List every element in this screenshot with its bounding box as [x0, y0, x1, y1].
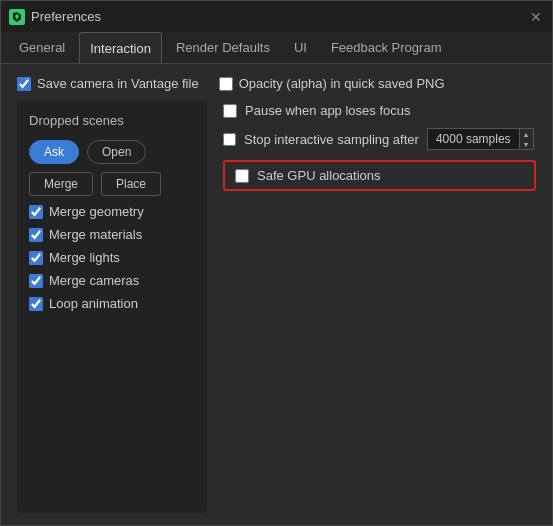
open-button[interactable]: Open: [87, 140, 146, 164]
samples-increment-button[interactable]: ▲: [520, 129, 533, 139]
opacity-alpha-option[interactable]: Opacity (alpha) in quick saved PNG: [219, 76, 445, 91]
merge-cameras-label: Merge cameras: [49, 273, 139, 288]
stop-sampling-checkbox[interactable]: [223, 133, 236, 146]
merge-cameras-checkbox[interactable]: [29, 274, 43, 288]
samples-value: 4000 samples: [427, 128, 519, 150]
merge-cameras-item[interactable]: Merge cameras: [29, 273, 195, 288]
safe-gpu-label: Safe GPU allocations: [257, 168, 381, 183]
safe-gpu-box: Safe GPU allocations: [223, 160, 536, 191]
pause-focus-checkbox[interactable]: [223, 104, 237, 118]
ask-button[interactable]: Ask: [29, 140, 79, 164]
merge-lights-checkbox[interactable]: [29, 251, 43, 265]
preferences-window: Preferences ✕ General Interaction Render…: [0, 0, 553, 526]
right-panel: Pause when app loses focus Stop interact…: [223, 101, 536, 513]
dropped-scenes-panel: Dropped scenes Ask Open Merge Place Merg…: [17, 101, 207, 513]
merge-geometry-label: Merge geometry: [49, 204, 144, 219]
merge-materials-checkbox[interactable]: [29, 228, 43, 242]
tab-ui[interactable]: UI: [284, 32, 317, 63]
tab-interaction[interactable]: Interaction: [79, 32, 162, 63]
merge-geometry-checkbox[interactable]: [29, 205, 43, 219]
merge-lights-label: Merge lights: [49, 250, 120, 265]
dropped-scenes-title: Dropped scenes: [29, 113, 195, 128]
tab-render-defaults[interactable]: Render Defaults: [166, 32, 280, 63]
tab-bar: General Interaction Render Defaults UI F…: [1, 32, 552, 64]
stop-sampling-label: Stop interactive sampling after: [244, 132, 419, 147]
tab-general[interactable]: General: [9, 32, 75, 63]
app-icon: [9, 9, 25, 25]
title-bar: Preferences ✕: [1, 1, 552, 32]
main-area: Dropped scenes Ask Open Merge Place Merg…: [17, 101, 536, 513]
place-button[interactable]: Place: [101, 172, 161, 196]
loop-animation-item[interactable]: Loop animation: [29, 296, 195, 311]
content-area: Save camera in Vantage file Opacity (alp…: [1, 64, 552, 525]
save-camera-checkbox[interactable]: [17, 77, 31, 91]
samples-decrement-button[interactable]: ▼: [520, 139, 533, 149]
window-title: Preferences: [31, 9, 522, 24]
merge-materials-item[interactable]: Merge materials: [29, 227, 195, 242]
safe-gpu-checkbox[interactable]: [235, 169, 249, 183]
save-camera-option[interactable]: Save camera in Vantage file: [17, 76, 199, 91]
loop-animation-checkbox[interactable]: [29, 297, 43, 311]
tab-feedback-program[interactable]: Feedback Program: [321, 32, 452, 63]
loop-animation-label: Loop animation: [49, 296, 138, 311]
samples-input-wrapper: 4000 samples ▲ ▼: [427, 128, 534, 150]
close-button[interactable]: ✕: [528, 9, 544, 25]
pause-focus-label: Pause when app loses focus: [245, 103, 411, 118]
merge-geometry-item[interactable]: Merge geometry: [29, 204, 195, 219]
pause-focus-option[interactable]: Pause when app loses focus: [223, 103, 536, 118]
merge-place-row: Merge Place: [29, 172, 195, 196]
merge-button[interactable]: Merge: [29, 172, 93, 196]
opacity-alpha-checkbox[interactable]: [219, 77, 233, 91]
samples-spinners: ▲ ▼: [519, 128, 534, 150]
top-options-row: Save camera in Vantage file Opacity (alp…: [17, 76, 536, 91]
opacity-alpha-label: Opacity (alpha) in quick saved PNG: [239, 76, 445, 91]
merge-lights-item[interactable]: Merge lights: [29, 250, 195, 265]
save-camera-label: Save camera in Vantage file: [37, 76, 199, 91]
stop-sampling-row: Stop interactive sampling after 4000 sam…: [223, 128, 536, 150]
ask-open-row: Ask Open: [29, 140, 195, 164]
merge-materials-label: Merge materials: [49, 227, 142, 242]
